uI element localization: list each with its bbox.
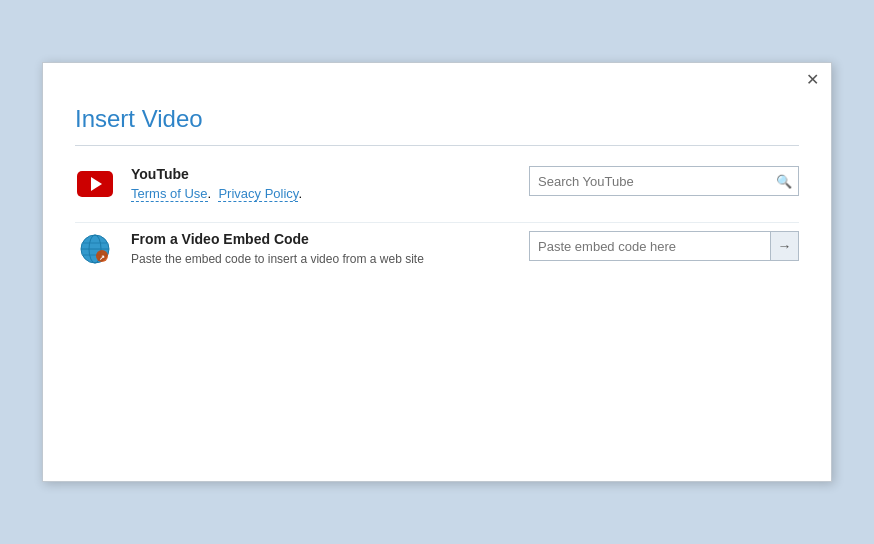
youtube-section: YouTube Terms of Use. Privacy Policy. 🔍 [75,166,799,223]
search-youtube-input[interactable] [530,174,770,189]
search-icon-button[interactable]: 🔍 [770,167,798,195]
youtube-info: YouTube Terms of Use. Privacy Policy. [131,166,505,201]
privacy-sep: . [298,186,302,201]
embed-input-wrapper: → [529,231,799,261]
dialog-title: Insert Video [75,105,799,133]
youtube-title: YouTube [131,166,505,182]
svg-text:↗: ↗ [99,254,105,261]
youtube-links: Terms of Use. Privacy Policy. [131,186,505,201]
dialog-content: Insert Video YouTube Terms of Use. Priva… [43,89,831,328]
embed-code-input[interactable] [530,239,770,254]
terms-sep: . [208,186,212,201]
title-bar: ✕ [43,63,831,89]
youtube-input-area: 🔍 [529,166,799,196]
embed-input-area: → [529,231,799,261]
embed-title: From a Video Embed Code [131,231,505,247]
youtube-icon [77,171,113,197]
embed-info: From a Video Embed Code Paste the embed … [131,231,505,268]
youtube-play-icon [91,177,102,191]
insert-video-dialog: ✕ Insert Video YouTube Terms of Use. Pri… [42,62,832,482]
privacy-policy-link[interactable]: Privacy Policy [218,186,298,202]
title-divider [75,145,799,146]
youtube-icon-wrapper [75,166,115,202]
search-input-wrapper: 🔍 [529,166,799,196]
embed-go-button[interactable]: → [770,232,798,260]
embed-section: ↗ From a Video Embed Code Paste the embe… [75,231,799,288]
globe-icon-wrapper: ↗ [75,231,115,267]
terms-of-use-link[interactable]: Terms of Use [131,186,208,202]
globe-icon: ↗ [79,233,111,265]
close-button[interactable]: ✕ [803,71,821,89]
embed-description: Paste the embed code to insert a video f… [131,251,505,268]
